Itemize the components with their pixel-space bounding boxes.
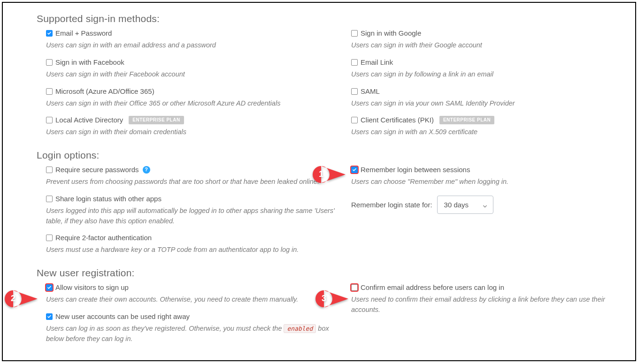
- checkbox-local-ad[interactable]: [46, 117, 53, 123]
- opt-share-login: Share login status with other apps Users…: [46, 195, 342, 227]
- label-share-login: Share login status with other apps: [55, 195, 161, 203]
- opt-google: Sign in with Google Users can sign in wi…: [351, 29, 624, 51]
- checkbox-pki[interactable]: [351, 117, 358, 123]
- badge-enterprise-pki: ENTERPRISE PLAN: [439, 116, 494, 124]
- login-grid: Require secure passwords ? Prevent users…: [37, 166, 624, 263]
- help-icon[interactable]: ?: [143, 166, 150, 174]
- desc-allow-signup: Users can create their own accounts. Oth…: [46, 295, 342, 305]
- badge-enterprise-ad: ENTERPRISE PLAN: [129, 116, 184, 124]
- checkbox-secure-passwords[interactable]: [46, 167, 53, 173]
- label-emaillink: Email Link: [361, 58, 393, 67]
- desc-facebook: Users can sign in with their Facebook ac…: [46, 69, 342, 80]
- label-email-password: Email + Password: [55, 29, 112, 38]
- opt-microsoft: Microsoft (Azure AD/Office 365) Users ca…: [46, 87, 342, 109]
- label-pki: Client Certificates (PKI): [361, 116, 434, 124]
- label-use-right-away: New user accounts can be used right away: [55, 312, 190, 321]
- desc-use-right-away: Users can log in as soon as they've regi…: [46, 324, 342, 344]
- checkbox-confirm-email[interactable]: [351, 284, 358, 291]
- checkbox-share-login[interactable]: [46, 196, 53, 202]
- section-title-login: Login options:: [37, 150, 624, 161]
- opt-email-password: Email + Password Users can sign in with …: [46, 29, 342, 51]
- desc-remember: Users can choose "Remember me" when logg…: [351, 177, 624, 187]
- desc-confirm-email: Users need to confirm their email addres…: [351, 295, 624, 315]
- desc-emaillink: Users can sign in by following a link in…: [351, 69, 624, 80]
- desc-secure-passwords: Prevent users from choosing passwords th…: [46, 177, 342, 187]
- checkbox-microsoft[interactable]: [46, 88, 53, 95]
- opt-2fa: Require 2-factor authentication Users mu…: [46, 234, 342, 255]
- desc-pki: Users can sign in with an X.509 certific…: [351, 127, 624, 137]
- label-remember: Remember login between sessions: [361, 166, 470, 174]
- label-allow-signup: Allow visitors to sign up: [55, 283, 129, 292]
- remember-duration-label: Remember login state for:: [351, 201, 432, 209]
- opt-remember: Remember login between sessions Users ca…: [351, 166, 624, 214]
- desc-2fa: Users must use a hardware key or a TOTP …: [46, 245, 342, 255]
- label-confirm-email: Confirm email address before users can l…: [361, 283, 504, 292]
- opt-secure-passwords: Require secure passwords ? Prevent users…: [46, 166, 342, 187]
- label-google: Sign in with Google: [361, 29, 421, 38]
- label-2fa: Require 2-factor authentication: [55, 234, 152, 242]
- desc-email-password: Users can sign in with an email address …: [46, 40, 342, 51]
- desc-google: Users can sign in with their Google acco…: [351, 40, 624, 51]
- checkbox-allow-signup[interactable]: [46, 284, 53, 291]
- opt-facebook: Sign in with Facebook Users can sign in …: [46, 58, 342, 80]
- desc-saml: Users can sign in via your own SAML Iden…: [351, 99, 624, 109]
- opt-allow-signup: Allow visitors to sign up Users can crea…: [46, 283, 342, 305]
- checkbox-saml[interactable]: [351, 88, 358, 95]
- newuser-grid: Allow visitors to sign up Users can crea…: [37, 283, 624, 351]
- label-facebook: Sign in with Facebook: [55, 58, 124, 67]
- checkbox-emaillink[interactable]: [351, 59, 358, 66]
- remember-duration-select[interactable]: 30 days: [437, 196, 493, 214]
- section-title-newuser: New user registration:: [37, 267, 624, 279]
- opt-saml: SAML Users can sign in via your own SAML…: [351, 87, 624, 109]
- checkbox-remember[interactable]: [351, 167, 358, 173]
- remember-duration-value: 30 days: [444, 201, 469, 209]
- chevron-down-icon: [483, 202, 487, 207]
- label-microsoft: Microsoft (Azure AD/Office 365): [55, 87, 154, 96]
- label-local-ad: Local Active Directory: [55, 116, 123, 124]
- section-title-signin: Supported sign-in methods:: [37, 13, 624, 24]
- desc-microsoft: Users can sign in with their Office 365 …: [46, 99, 342, 109]
- checkbox-use-right-away[interactable]: [46, 313, 53, 320]
- label-saml: SAML: [361, 87, 380, 96]
- checkbox-google[interactable]: [351, 30, 358, 37]
- label-secure-passwords: Require secure passwords: [55, 166, 139, 174]
- desc-local-ad: Users can sign in with their domain cred…: [46, 127, 342, 137]
- opt-local-ad: Local Active Directory ENTERPRISE PLAN U…: [46, 116, 342, 137]
- checkbox-facebook[interactable]: [46, 59, 53, 66]
- desc-share-login: Users logged into this app will automati…: [46, 206, 342, 227]
- opt-confirm-email: Confirm email address before users can l…: [351, 283, 624, 315]
- code-enabled: enabled: [284, 324, 316, 333]
- opt-pki: Client Certificates (PKI) ENTERPRISE PLA…: [351, 116, 624, 137]
- signin-grid: Email + Password Users can sign in with …: [37, 29, 624, 145]
- checkbox-email-password[interactable]: [46, 30, 53, 37]
- checkbox-2fa[interactable]: [46, 235, 53, 241]
- opt-use-right-away: New user accounts can be used right away…: [46, 312, 342, 344]
- opt-emaillink: Email Link Users can sign in by followin…: [351, 58, 624, 80]
